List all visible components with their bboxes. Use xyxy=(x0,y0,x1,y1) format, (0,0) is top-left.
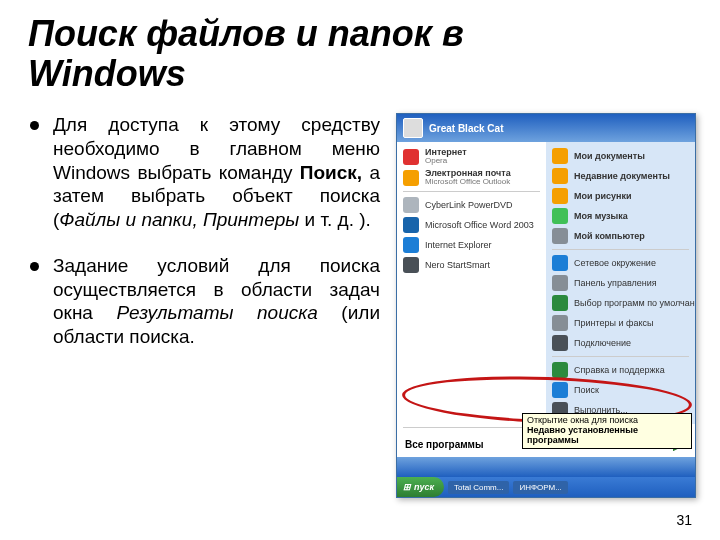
app-icon xyxy=(552,208,568,224)
start-menu-item-label: Панель управления xyxy=(574,279,657,288)
start-menu-item[interactable]: Мои документы xyxy=(546,146,695,166)
taskbar-item[interactable]: ИНФОРМ... xyxy=(513,481,567,494)
text-column: Для доступа к этому средству необходимо … xyxy=(30,113,380,498)
start-menu-footer xyxy=(397,457,695,477)
start-menu-item-label: Microsoft Office Word 2003 xyxy=(425,221,534,230)
tooltip-line: Недавно установленные программы xyxy=(527,426,687,446)
start-menu-item-label: CyberLink PowerDVD xyxy=(425,201,513,210)
start-menu-item[interactable]: Панель управления xyxy=(546,273,695,293)
start-menu-item[interactable]: Сетевое окружение xyxy=(546,253,695,273)
bullet-2: Задание условий для поиска осуществляетс… xyxy=(30,254,380,349)
start-menu-item[interactable]: Подключение xyxy=(546,333,695,353)
app-icon xyxy=(552,382,568,398)
start-menu-item-label: Мой компьютер xyxy=(574,232,645,241)
bullet-1-text: Для доступа к этому средству необходимо … xyxy=(53,113,380,232)
user-name: Great Black Cat xyxy=(429,123,503,134)
app-icon xyxy=(403,237,419,253)
app-icon xyxy=(552,335,568,351)
start-menu-item-label: Справка и поддержка xyxy=(574,366,665,375)
app-icon xyxy=(403,197,419,213)
page-number: 31 xyxy=(676,512,692,528)
start-menu-item-label: Nero StartSmart xyxy=(425,261,490,270)
app-icon xyxy=(552,148,568,164)
start-menu-item-label: Принтеры и факсы xyxy=(574,319,653,328)
app-icon xyxy=(403,257,419,273)
app-icon xyxy=(552,255,568,271)
start-menu-item[interactable]: Принтеры и факсы xyxy=(546,313,695,333)
start-menu-header: Great Black Cat xyxy=(397,114,695,142)
start-menu-item[interactable]: Справка и поддержка xyxy=(546,360,695,380)
app-icon xyxy=(552,315,568,331)
slide-title: Поиск файлов и папок в Windows xyxy=(0,0,720,103)
bullet-dot-icon xyxy=(30,262,39,271)
start-menu-item-sublabel: Opera xyxy=(425,157,467,165)
app-icon xyxy=(552,275,568,291)
start-menu-item-label: Выбор программ по умолчанию xyxy=(574,299,695,308)
taskbar-item[interactable]: Total Comm... xyxy=(448,481,509,494)
app-icon xyxy=(552,228,568,244)
app-icon xyxy=(552,188,568,204)
start-menu-item[interactable]: CyberLink PowerDVD xyxy=(397,195,546,215)
start-menu-item[interactable]: Мой компьютер xyxy=(546,226,695,246)
start-menu-item-sublabel: Microsoft Office Outlook xyxy=(425,178,511,186)
app-icon xyxy=(403,217,419,233)
start-menu-item[interactable]: Microsoft Office Word 2003 xyxy=(397,215,546,235)
bullet-1: Для доступа к этому средству необходимо … xyxy=(30,113,380,232)
start-menu-item[interactable]: Internet Explorer xyxy=(397,235,546,255)
start-menu-right-column: Мои документыНедавние документыМои рисун… xyxy=(546,142,695,424)
start-menu-left-column: ИнтернетOperaЭлектронная почтаMicrosoft … xyxy=(397,142,546,424)
start-menu-item[interactable]: Поиск xyxy=(546,380,695,400)
app-icon xyxy=(552,362,568,378)
all-programs-label: Все программы xyxy=(405,439,484,450)
content-row: Для доступа к этому средству необходимо … xyxy=(0,103,720,498)
app-icon xyxy=(403,149,419,165)
start-menu-item-label: Поиск xyxy=(574,386,599,395)
bullet-dot-icon xyxy=(30,121,39,130)
start-menu-item-label: Подключение xyxy=(574,339,631,348)
start-menu-item[interactable]: Недавние документы xyxy=(546,166,695,186)
start-menu-item[interactable]: Nero StartSmart xyxy=(397,255,546,275)
start-menu-item-label: Недавние документы xyxy=(574,172,670,181)
bullet-2-text: Задание условий для поиска осуществляетс… xyxy=(53,254,380,349)
start-menu-item-label: Моя музыка xyxy=(574,212,628,221)
start-menu-item-label: Сетевое окружение xyxy=(574,259,656,268)
start-menu-item-label: Мои рисунки xyxy=(574,192,632,201)
user-avatar-icon xyxy=(403,118,423,138)
app-icon xyxy=(552,168,568,184)
start-menu-item-label: Мои документы xyxy=(574,152,645,161)
taskbar: ⊞ пуск Total Comm... ИНФОРМ... xyxy=(397,477,695,497)
title-line-1: Поиск файлов и папок в xyxy=(28,13,464,54)
start-menu-item[interactable]: Моя музыка xyxy=(546,206,695,226)
app-icon xyxy=(552,295,568,311)
start-button-label: пуск xyxy=(414,482,434,492)
app-icon xyxy=(403,170,419,186)
title-line-2: Windows xyxy=(28,53,186,94)
windows-logo-icon: ⊞ xyxy=(403,482,411,492)
tooltip-box: Открытие окна для поиска Недавно установ… xyxy=(522,413,692,449)
start-button[interactable]: ⊞ пуск xyxy=(397,477,444,497)
start-menu-item[interactable]: Мои рисунки xyxy=(546,186,695,206)
start-menu-item[interactable]: Электронная почтаMicrosoft Office Outloo… xyxy=(397,167,546,188)
start-menu-item[interactable]: ИнтернетOpera xyxy=(397,146,546,167)
start-menu-item[interactable]: Выбор программ по умолчанию xyxy=(546,293,695,313)
start-menu-item-label: Internet Explorer xyxy=(425,241,492,250)
